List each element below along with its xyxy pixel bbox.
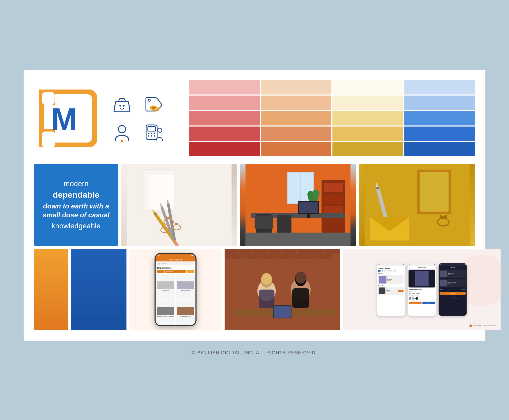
mood-box: modern dependable down to earth with a s…: [34, 164, 118, 246]
svg-rect-107: [274, 306, 291, 318]
app-product-tabs: Shop Details Features: [408, 292, 436, 295]
swatch-yellow-4: [332, 127, 403, 141]
app-product-row: Iphone 12 ★★★★: [378, 275, 404, 284]
swatch-blue-3: [404, 111, 475, 125]
swatch-blue-1: [404, 80, 475, 95]
app-screen-product: 9:27●● ← Product Details + Galaxy Note 2…: [407, 263, 437, 316]
app-product-img: [379, 276, 386, 284]
app-screen1-title: Select Category: [377, 266, 405, 270]
person-icon: [110, 121, 134, 145]
svg-rect-64: [307, 214, 310, 218]
word-modern: modern: [64, 180, 89, 188]
phone-fasteners-row: 14 Fasteners 15: [156, 270, 195, 273]
swatch-orange-1: [261, 80, 332, 95]
svg-rect-101: [259, 290, 274, 308]
svg-rect-81: [225, 249, 238, 254]
app-cart-menu: ⋮: [464, 267, 465, 268]
cart-totals: Total: $4,975.83: [439, 288, 467, 291]
svg-rect-63: [299, 202, 318, 213]
icons-row-bottom: [110, 121, 165, 145]
cart-product-name-1: Galaxy Note 20: [448, 273, 454, 274]
bottom-section: 9:41 ●●● North Ending ▼ 🔍 Search: [34, 249, 475, 330]
svg-rect-96: [319, 254, 332, 259]
divelement-footer: divelement VISIT DIVELEMENT.IO: [468, 323, 498, 328]
app-product-image: [415, 271, 429, 286]
phone-frame: 9:41 ●●● North Ending ▼ 🔍 Search: [155, 253, 197, 326]
app-screens-box: 9:27●● Select Category All Computers Hea…: [343, 249, 501, 330]
phone-location-bar: North Ending ▼: [156, 258, 195, 261]
app-product-price: $900.00: [408, 291, 436, 292]
app-add-to-cart[interactable]: Add to Cart: [398, 290, 404, 292]
svg-rect-79: [445, 215, 447, 218]
svg-rect-86: [297, 249, 310, 254]
cart-img-1: [440, 270, 447, 277]
phone-blinds-img: [157, 307, 174, 315]
swatch-pink-2: [189, 96, 260, 110]
phone-appliance-img: [157, 281, 174, 289]
app-add-to-cart-btn[interactable]: Add to Cart: [409, 301, 422, 304]
person-svg: [112, 122, 132, 143]
footer: © BIG FISH DIGITAL, INC. ALL RIGHTS RESE…: [192, 346, 317, 361]
svg-rect-18: [148, 127, 156, 131]
blue-color-block: [71, 249, 126, 330]
shopping-bag-icon: [110, 92, 134, 116]
pos-terminal-icon: [142, 121, 165, 145]
svg-point-104: [295, 272, 306, 284]
filter-computers: Computers: [381, 270, 387, 272]
app-hot-sales-item: Iphone 12 ★★★★: [377, 275, 405, 285]
svg-point-16: [121, 140, 123, 142]
svg-rect-52: [324, 195, 343, 204]
meeting-photo: [225, 249, 340, 330]
app-screen-category: 9:27●● Select Category All Computers Hea…: [377, 263, 406, 316]
phone-building-img: [177, 307, 194, 315]
svg-rect-41: [170, 216, 171, 219]
swatch-yellow-2: [332, 96, 403, 110]
svg-point-19: [148, 133, 150, 134]
phone-product-grid: Appliances Bath & Faucets Blinds & Windo…: [156, 273, 195, 325]
cart-checkout-btn[interactable]: Checkout: [439, 292, 466, 295]
svg-point-10: [148, 99, 150, 101]
swatch-yellow-3: [332, 111, 403, 125]
logo-box: M: [34, 80, 102, 156]
svg-point-100: [261, 273, 272, 285]
cart-product-name-2: Galaxy Note 20 Ultra: [448, 282, 456, 283]
divelement-name: divelement: [473, 325, 481, 327]
tab-shop: Shop: [409, 293, 412, 294]
svg-rect-92: [261, 254, 274, 259]
svg-point-25: [158, 128, 162, 132]
swatch-blue-2: [404, 96, 475, 110]
phone-cell-blinds: Blinds & Window Treatments: [156, 300, 175, 325]
app-product-title: Galaxy Note 20 Ultra: [408, 288, 436, 291]
svg-point-9: [121, 99, 123, 101]
nav-explore: ○: [450, 297, 451, 299]
icons-row-top: $$$: [110, 92, 165, 116]
app-seller-row: Samsung... $1,047 Add to Cart: [378, 287, 404, 295]
phone-day-number2: 15: [187, 270, 194, 273]
app-screens-row: 9:27●● Select Category All Computers Hea…: [376, 263, 468, 316]
svg-point-21: [154, 133, 155, 134]
word-knowledgeable: knowledgeable: [52, 222, 101, 230]
app-checkout-btn[interactable]: $1,900.00: [422, 301, 435, 304]
phone-screen: 9:41 ●●● North Ending ▼ 🔍 Search: [156, 254, 195, 325]
office-photo: [240, 164, 356, 246]
word-dependable: dependable: [53, 190, 99, 200]
stationery-photo: [359, 164, 475, 246]
app-seller-info: Samsung... $1,047: [386, 290, 390, 292]
svg-rect-85: [282, 249, 295, 254]
divelement-url: VISIT DIVELEMENT.IO: [483, 325, 496, 327]
phone-cell-appliances: Appliances: [156, 274, 175, 299]
svg-rect-94: [290, 254, 303, 259]
app-best-seller-item: Samsung... $1,047 Add to Cart: [377, 287, 405, 295]
phone-search-bar[interactable]: 🔍 Search: [157, 262, 194, 265]
swatch-blue-4: [404, 127, 475, 141]
svg-rect-91: [247, 254, 260, 259]
top-section: M: [34, 80, 475, 156]
svg-point-20: [151, 133, 152, 134]
svg-rect-90: [232, 254, 246, 259]
filter-all: All: [378, 270, 381, 272]
middle-section: modern dependable down to earth with a s…: [34, 164, 475, 246]
svg-text:$$$: $$$: [152, 107, 155, 109]
shopping-bag-svg: [112, 93, 132, 114]
svg-rect-61: [277, 215, 291, 234]
svg-rect-65: [246, 233, 351, 246]
